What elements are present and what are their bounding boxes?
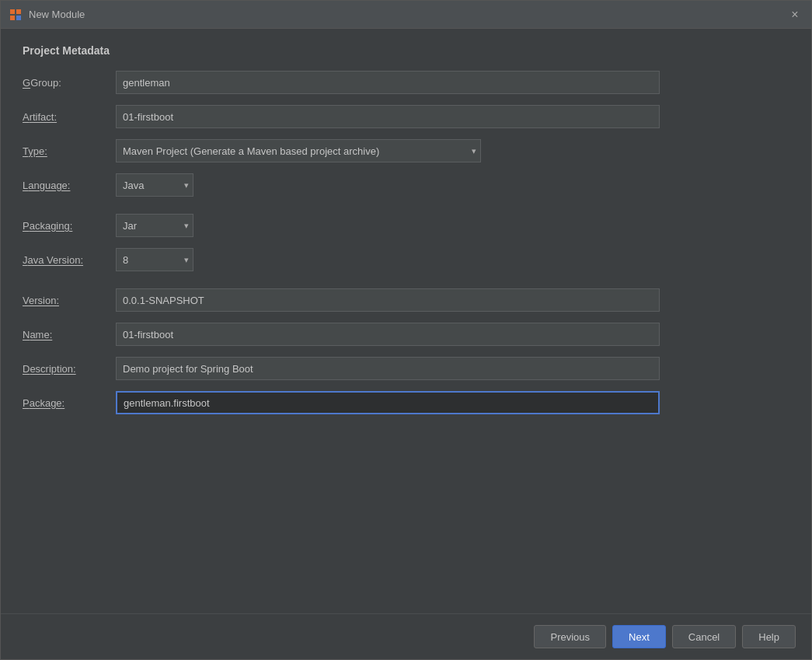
group-input[interactable]	[116, 71, 660, 94]
version-row: Version:	[23, 288, 789, 312]
java-version-row: Java Version: 8 11 17 21 ▾	[23, 248, 789, 271]
language-row: Language: Java Kotlin Groovy ▾	[23, 173, 789, 197]
dialog-title: New Module	[29, 9, 85, 20]
packaging-select-container: Jar War ▾	[116, 214, 193, 237]
svg-rect-3	[16, 16, 21, 20]
package-input[interactable]	[116, 391, 660, 414]
java-version-select[interactable]: 8 11 17 21	[116, 248, 193, 271]
title-bar: New Module ×	[1, 1, 811, 29]
name-row: Name:	[23, 323, 789, 346]
artifact-label: Artifact:	[23, 111, 116, 123]
module-icon	[9, 8, 23, 22]
title-bar-left: New Module	[9, 8, 85, 22]
previous-button[interactable]: Previous	[534, 625, 606, 648]
description-label: Description:	[23, 363, 116, 375]
package-row: Package:	[23, 391, 789, 414]
group-row: GGroup:	[23, 71, 789, 94]
java-version-select-container: 8 11 17 21 ▾	[116, 248, 193, 271]
language-select-container: Java Kotlin Groovy ▾	[116, 173, 193, 197]
close-button[interactable]: ×	[786, 6, 803, 23]
help-button[interactable]: Help	[742, 625, 796, 648]
next-button[interactable]: Next	[612, 625, 666, 648]
type-row: Type: Maven Project (Generate a Maven ba…	[23, 139, 789, 162]
cancel-button[interactable]: Cancel	[672, 625, 736, 648]
version-input[interactable]	[116, 288, 660, 312]
artifact-input[interactable]	[116, 105, 660, 128]
packaging-label: Packaging:	[23, 220, 116, 232]
svg-rect-2	[10, 16, 15, 20]
dialog-content: Project Metadata GGroup: Artifact: Type:…	[1, 29, 811, 613]
description-input[interactable]	[116, 357, 660, 380]
name-input[interactable]	[116, 323, 660, 346]
java-version-label: Java Version:	[23, 254, 116, 266]
language-select[interactable]: Java Kotlin Groovy	[116, 173, 193, 197]
type-label: Type:	[23, 145, 116, 157]
packaging-select[interactable]: Jar War	[116, 214, 193, 237]
group-label: GGroup:	[23, 77, 116, 89]
version-label: Version:	[23, 295, 116, 306]
name-label: Name:	[23, 329, 116, 340]
new-module-dialog: New Module × Project Metadata GGroup: Ar…	[0, 0, 812, 660]
dialog-footer: Previous Next Cancel Help	[1, 613, 811, 659]
svg-rect-1	[16, 9, 21, 14]
packaging-row: Packaging: Jar War ▾	[23, 214, 789, 237]
description-row: Description:	[23, 357, 789, 380]
type-select[interactable]: Maven Project (Generate a Maven based pr…	[116, 139, 481, 162]
svg-rect-0	[10, 9, 15, 14]
type-select-container: Maven Project (Generate a Maven based pr…	[116, 139, 481, 162]
package-label: Package:	[23, 397, 116, 409]
section-title: Project Metadata	[23, 44, 789, 57]
language-label: Language:	[23, 180, 116, 191]
artifact-row: Artifact:	[23, 105, 789, 128]
